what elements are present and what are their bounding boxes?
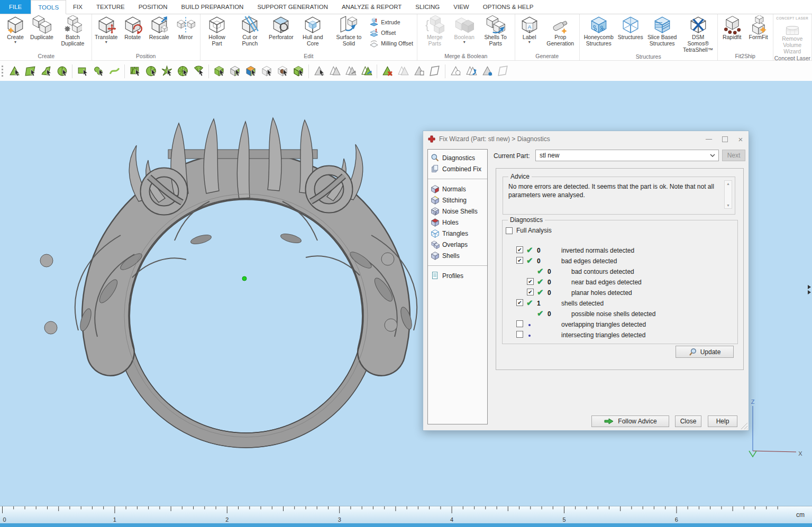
row-checkbox[interactable]: [516, 331, 523, 338]
tab-tools[interactable]: TOOLS: [31, 0, 66, 14]
cube-volume-selection-icon[interactable]: [245, 65, 257, 77]
ribbon-item-create[interactable]: Create▾: [2, 15, 29, 44]
ribbon-item-boolean[interactable]: Boolean▾: [451, 15, 478, 44]
help-button[interactable]: Help: [708, 415, 737, 427]
sidebar-item-holes[interactable]: Holes: [428, 217, 487, 228]
ribbon-item-prop-generation[interactable]: Prop Generation: [543, 15, 578, 47]
ribbon-item-offset[interactable]: Offset: [367, 27, 416, 38]
row-checkbox[interactable]: [516, 320, 523, 327]
scroll-down-icon[interactable]: ▼: [726, 204, 730, 207]
fan-selection-icon[interactable]: [193, 65, 205, 77]
ribbon-item-slice-based-structures[interactable]: Slice Based Structures: [644, 15, 680, 47]
next-button[interactable]: Next: [722, 150, 745, 161]
ribbon-item-mirror[interactable]: Mirror: [172, 15, 199, 40]
plane-outline-icon[interactable]: [497, 65, 509, 77]
polyline-selection-icon[interactable]: [108, 65, 121, 77]
mark-shell-icon[interactable]: [56, 65, 68, 77]
ribbon-item-remove-volume-wizard[interactable]: CONCEPT LASERRemove Volume Wizard: [774, 15, 810, 54]
ribbon-item-honeycomb-structures[interactable]: Honeycomb Structures: [581, 15, 617, 47]
disc-selection-icon[interactable]: [177, 65, 189, 77]
current-part-dropdown[interactable]: stl new: [535, 150, 719, 161]
expand-selection-icon[interactable]: [329, 65, 341, 77]
cube-face-selection-icon[interactable]: [213, 65, 225, 77]
pie-selection-icon[interactable]: [145, 65, 157, 77]
ribbon-item-formfit[interactable]: FormFit: [745, 15, 772, 40]
sidebar-item-stitching[interactable]: Stitching: [428, 195, 487, 206]
close-button[interactable]: Close: [675, 415, 701, 427]
tab-analyze-report[interactable]: ANALYZE & REPORT: [335, 0, 408, 14]
tab-fix[interactable]: FIX: [66, 0, 89, 14]
ribbon-item-translate[interactable]: Translate▾: [93, 15, 120, 44]
invert-selection-icon[interactable]: [397, 65, 409, 77]
sidebar-item-diagnostics[interactable]: Diagnostics: [428, 152, 487, 163]
resize-grip[interactable]: [740, 422, 747, 429]
maximize-button[interactable]: [717, 131, 733, 147]
sidebar-item-noise-shells[interactable]: Noise Shells: [428, 206, 487, 217]
tab-options-help[interactable]: OPTIONS & HELP: [476, 0, 541, 14]
row-checkbox[interactable]: ✔: [527, 278, 534, 285]
sidebar-item-triangles[interactable]: Triangles: [428, 228, 487, 239]
ribbon-item-shells-to-parts[interactable]: Shells To Parts: [478, 15, 514, 47]
update-button[interactable]: Update: [676, 346, 734, 358]
dialog-titlebar[interactable]: Fix Wizard (Part: stl new) > Diagnostics…: [423, 131, 749, 147]
tab-support-generation[interactable]: SUPPORT GENERATION: [250, 0, 335, 14]
cube-solid-selection-icon[interactable]: [293, 65, 305, 77]
sidebar-item-combined-fix[interactable]: Combined Fix: [428, 163, 487, 174]
scroll-up-icon[interactable]: ▲: [726, 182, 730, 186]
follow-advice-button[interactable]: Follow Advice: [591, 415, 669, 427]
shrink-selection-icon[interactable]: [345, 65, 357, 77]
ribbon-item-extrude[interactable]: Extrude: [367, 17, 416, 27]
ribbon-item-merge-parts[interactable]: {Merge Parts: [418, 15, 451, 47]
sidebar-item-overlaps[interactable]: Overlaps: [428, 239, 487, 250]
ribbon-item-rescale[interactable]: Rescale: [146, 15, 172, 40]
toolbar-drag-handle[interactable]: [2, 66, 3, 77]
row-checkbox[interactable]: ✔: [516, 299, 523, 306]
star-selection-icon[interactable]: [161, 65, 173, 77]
row-checkbox[interactable]: ✔: [516, 246, 523, 253]
ribbon-item-rapidfit[interactable]: Rapidfit: [719, 15, 745, 40]
sidebar-item-normals[interactable]: Normals: [428, 183, 487, 195]
ribbon-item-hollow-part[interactable]: Hollow Part: [202, 15, 233, 47]
tab-position[interactable]: POSITION: [132, 0, 175, 14]
ribbon-item-milling-offset[interactable]: Milling Offset: [367, 38, 416, 49]
row-checkbox[interactable]: ✔: [516, 257, 523, 264]
ribbon-item-rotate[interactable]: Rotate: [120, 15, 146, 40]
mark-surface-icon[interactable]: [40, 65, 52, 77]
circle-pick-icon[interactable]: [450, 65, 462, 77]
close-window-button[interactable]: ×: [733, 131, 749, 147]
ribbon-item-cut-or-punch[interactable]: Cut or Punch: [232, 15, 267, 47]
tab-view[interactable]: VIEW: [446, 0, 476, 14]
tab-slicing[interactable]: SLICING: [408, 0, 446, 14]
rectangle-selection-icon[interactable]: [77, 65, 89, 77]
point-pick-icon[interactable]: [481, 65, 494, 77]
full-analysis-checkbox[interactable]: [506, 227, 513, 234]
ribbon-item-hull-and-core[interactable]: Hull and Core: [295, 15, 331, 47]
grow-selection-icon[interactable]: [361, 65, 373, 77]
tab-file[interactable]: FILE: [0, 0, 31, 14]
row-checkbox[interactable]: ✔: [527, 289, 534, 295]
ribbon-item-duplicate[interactable]: Duplicate: [29, 15, 55, 40]
ribbon-item-batch-duplicate[interactable]: Batch Duplicate: [55, 15, 90, 47]
sidebar-item-profiles[interactable]: Profiles: [428, 270, 487, 281]
ribbon-item-label[interactable]: ALabel▾: [516, 15, 543, 44]
mark-triangle-icon[interactable]: [8, 65, 21, 77]
advice-scrollbar[interactable]: ▲ ▼: [724, 180, 732, 209]
minimize-button[interactable]: —: [701, 131, 717, 147]
ribbon-item-structures[interactable]: Structures: [617, 15, 644, 40]
cube-shell-selection-icon[interactable]: [229, 65, 241, 77]
ribbon-item-perforator[interactable]: Perforator: [268, 15, 295, 40]
ribbon-item-surface-to-solid[interactable]: Surface to Solid: [331, 15, 367, 47]
sidebar-item-shells[interactable]: Shells: [428, 250, 487, 261]
brush-selection-icon[interactable]: [93, 65, 105, 77]
plane-section-icon[interactable]: [429, 65, 441, 77]
mark-plane-icon[interactable]: [24, 65, 37, 77]
select-triangle-icon[interactable]: [313, 65, 325, 77]
tab-build-preparation[interactable]: BUILD PREPARATION: [175, 0, 251, 14]
ribbon-item-dsm-somos-tetrashell[interactable]: DSM Somos® TetraShell™: [680, 15, 716, 53]
delete-marked-icon[interactable]: [381, 65, 394, 77]
tab-texture[interactable]: TEXTURE: [89, 0, 132, 14]
cube-clear-selection-icon[interactable]: [261, 65, 273, 77]
smooth-selection-icon[interactable]: [466, 65, 478, 77]
copy-marked-icon[interactable]: [413, 65, 425, 77]
cube-sphere-selection-icon[interactable]: [277, 65, 289, 77]
